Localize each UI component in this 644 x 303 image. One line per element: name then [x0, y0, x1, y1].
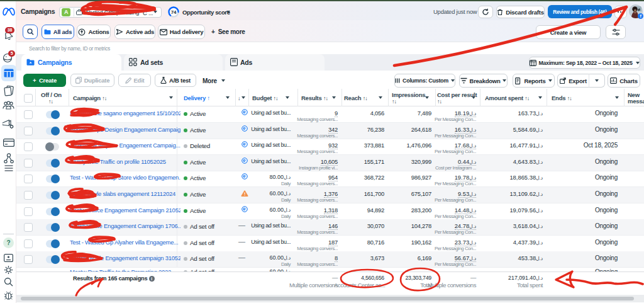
svg-text:74: 74	[171, 9, 177, 15]
